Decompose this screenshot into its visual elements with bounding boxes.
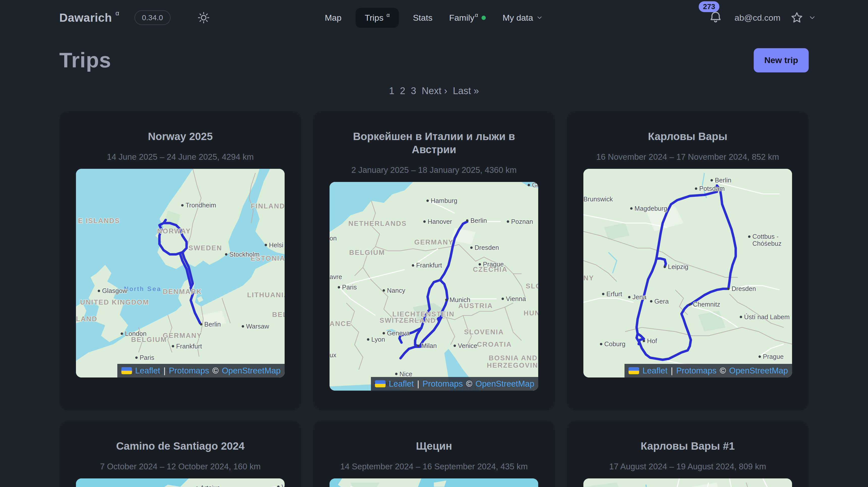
trip-dates: 2 January 2025 – 18 January 2025, 4360 k…: [351, 165, 517, 175]
trip-map-canvas[interactable]: NYBerlinPotsdamMagdeburgBrunswickCottbus…: [583, 169, 792, 377]
protomaps-link[interactable]: Protomaps: [169, 366, 209, 375]
theme-toggle-button[interactable]: [197, 11, 210, 24]
map-attribution: Leaflet | Protomaps © OpenStreetMap: [624, 364, 792, 377]
svg-text:on: on: [330, 235, 337, 242]
svg-text:Frankfurt: Frankfurt: [416, 262, 442, 269]
trip-map[interactable]: Stralsund Leaflet | Protomaps © OpenStre…: [330, 479, 538, 487]
protomaps-link[interactable]: Protomaps: [423, 379, 463, 389]
trip-title[interactable]: Щецин: [416, 439, 452, 453]
favorite-button[interactable]: [790, 11, 804, 25]
svg-text:Vila: Vila: [282, 483, 285, 487]
svg-text:SLOVENIA: SLOVENIA: [464, 328, 504, 336]
svg-text:Dresden: Dresden: [475, 244, 499, 251]
trip-title[interactable]: Norway 2025: [148, 130, 213, 143]
trip-dates: 14 June 2025 – 24 June 2025, 4294 km: [107, 152, 254, 162]
trip-title[interactable]: Карловы Вары: [648, 130, 727, 143]
map-attribution: Leaflet | Protomaps © OpenStreetMap: [371, 377, 538, 391]
trip-map[interactable]: ArteixoBetanzosVilaCarballo Leaflet | Pr…: [76, 479, 285, 487]
svg-text:Prague: Prague: [483, 261, 504, 268]
chevron-down-icon: [808, 13, 816, 22]
trip-card-karlovy-vary-1[interactable]: Карловы Вары #1 17 August 2024 – 19 Augu…: [567, 421, 809, 487]
svg-text:Warsaw: Warsaw: [246, 323, 269, 330]
trip-map-canvas[interactable]: North SeaE ISLANDSFINLANDNORWAYSWEDENEST…: [76, 169, 285, 377]
svg-text:SWEDEN: SWEDEN: [188, 244, 222, 252]
svg-text:CROATIA: CROATIA: [477, 340, 512, 348]
pagination-page-2[interactable]: 2: [400, 86, 405, 96]
trip-card-workation-italy-austria[interactable]: Воркейшен в Италии и лыжи в Австрии 2 Ja…: [313, 111, 555, 410]
svg-text:BELA: BELA: [272, 311, 285, 318]
trip-map[interactable]: Leaflet | Protomaps © OpenStreetMap: [583, 479, 792, 487]
trip-title[interactable]: Карловы Вары #1: [641, 439, 735, 453]
new-trip-button[interactable]: New trip: [754, 48, 809, 72]
trip-map-canvas[interactable]: [583, 479, 792, 487]
trip-map[interactable]: NETHERLANDSGERMANYBELGIUMCZECHIASLOVAAUS…: [330, 182, 538, 391]
trip-card-norway-2025[interactable]: Norway 2025 14 June 2025 – 24 June 2025,…: [59, 111, 301, 410]
svg-text:UNITED KINGDOM: UNITED KINGDOM: [80, 298, 149, 306]
leaflet-link[interactable]: Leaflet: [389, 379, 414, 389]
svg-text:Frankfurt: Frankfurt: [176, 343, 202, 350]
main-navigation: Map Trips α Stats Family α My data: [322, 8, 546, 28]
svg-text:Chemnitz: Chemnitz: [693, 301, 720, 308]
top-navbar: Dawarich α 0.34.0 Map Trips α Stats Fami…: [0, 0, 868, 35]
nav-item-stats[interactable]: Stats: [410, 8, 435, 28]
pagination-page-3[interactable]: 3: [411, 86, 416, 96]
trip-card-karlovy-vary[interactable]: Карловы Вары 16 November 2024 – 17 Novem…: [567, 111, 809, 410]
svg-text:ANCE: ANCE: [330, 320, 351, 328]
svg-text:Paris: Paris: [342, 284, 357, 291]
nav-item-map[interactable]: Map: [322, 8, 344, 28]
pagination-next[interactable]: Next ›: [422, 86, 447, 96]
svg-text:Trondheim: Trondheim: [185, 202, 216, 209]
svg-text:Stockholm: Stockholm: [229, 251, 260, 258]
trip-map-canvas[interactable]: ArteixoBetanzosVilaCarballo: [76, 479, 285, 487]
notifications-count-badge: 273: [699, 1, 719, 12]
nav-item-trips[interactable]: Trips α: [355, 8, 399, 28]
osm-link[interactable]: OpenStreetMap: [222, 366, 281, 375]
trip-map-canvas[interactable]: Stralsund: [330, 479, 538, 487]
leaflet-link[interactable]: Leaflet: [643, 366, 668, 375]
svg-text:Berlin: Berlin: [471, 217, 487, 224]
svg-text:Magdeburg: Magdeburg: [634, 205, 667, 212]
trip-dates: 16 November 2024 – 17 November 2024, 852…: [596, 152, 779, 162]
svg-text:Brunswick: Brunswick: [583, 195, 613, 203]
svg-text:Milan: Milan: [422, 342, 437, 349]
nav-item-my-data[interactable]: My data: [500, 8, 546, 28]
svg-text:LAND: LAND: [76, 315, 97, 323]
trip-map[interactable]: North SeaE ISLANDSFINLANDNORWAYSWEDENEST…: [76, 169, 285, 377]
chevron-down-icon: [536, 14, 543, 21]
svg-text:Nice: Nice: [400, 370, 412, 377]
svg-text:Gd: Gd: [532, 182, 538, 188]
svg-text:Potsdam: Potsdam: [699, 185, 725, 192]
svg-text:Munich: Munich: [450, 296, 471, 303]
svg-text:HUNG: HUNG: [524, 309, 538, 317]
trip-card-szczecin[interactable]: Щецин 14 September 2024 – 16 September 2…: [313, 421, 555, 487]
svg-text:GERMANY: GERMANY: [414, 238, 454, 246]
pagination: 1 2 3 Next › Last »: [0, 86, 868, 96]
protomaps-link[interactable]: Protomaps: [676, 366, 717, 375]
svg-text:NETHERLANDS: NETHERLANDS: [348, 219, 407, 227]
svg-text:Berlin: Berlin: [205, 321, 221, 328]
osm-link[interactable]: OpenStreetMap: [476, 379, 534, 389]
pagination-page-1[interactable]: 1: [389, 86, 394, 96]
pagination-last[interactable]: Last »: [453, 86, 479, 96]
osm-link[interactable]: OpenStreetMap: [729, 366, 788, 375]
trip-card-camino-de-santiago[interactable]: Camino de Santiago 2024 7 October 2024 –…: [59, 421, 301, 487]
svg-text:Berlin: Berlin: [715, 177, 732, 184]
svg-text:Gera: Gera: [654, 298, 669, 305]
trip-title[interactable]: Camino de Santiago 2024: [116, 439, 245, 453]
version-badge: 0.34.0: [134, 10, 170, 25]
leaflet-link[interactable]: Leaflet: [135, 366, 160, 375]
user-menu-button[interactable]: [808, 13, 816, 22]
nav-item-family[interactable]: Family α: [446, 8, 489, 28]
trip-map[interactable]: NYBerlinPotsdamMagdeburgBrunswickCottbus…: [583, 169, 792, 377]
app-logo[interactable]: Dawarich α: [59, 11, 119, 25]
svg-text:Coburg: Coburg: [604, 340, 625, 347]
user-email[interactable]: ab@cd.com: [735, 13, 780, 23]
svg-text:ux: ux: [330, 352, 336, 359]
svg-text:Hamburg: Hamburg: [431, 197, 458, 204]
star-icon: [790, 11, 804, 25]
trip-title[interactable]: Воркейшен в Италии и лыжи в Австрии: [330, 130, 538, 156]
svg-text:Chóśebuz: Chóśebuz: [752, 240, 781, 247]
notifications-button[interactable]: 273: [708, 10, 723, 26]
svg-text:Prague: Prague: [763, 353, 784, 360]
trip-map-canvas[interactable]: NETHERLANDSGERMANYBELGIUMCZECHIASLOVAAUS…: [330, 182, 538, 391]
